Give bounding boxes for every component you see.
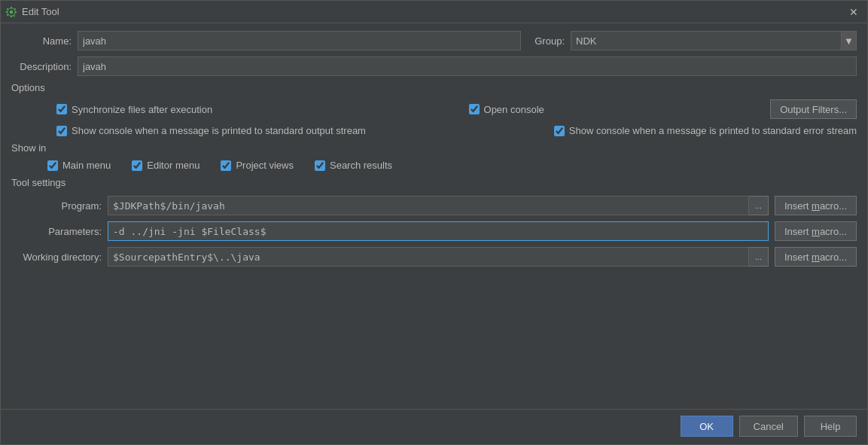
- description-label: Description:: [11, 61, 72, 72]
- chevron-down-icon: ▼: [844, 35, 854, 47]
- program-ellipsis-button[interactable]: ...: [749, 196, 769, 215]
- dialog-content: Name: Group: ▼ Description: Options: [1, 23, 867, 409]
- working-directory-ellipsis-button[interactable]: ...: [749, 247, 769, 267]
- show-console-stderr-check[interactable]: [554, 126, 565, 136]
- parameters-input-wrap: [108, 221, 769, 241]
- group-dropdown-button[interactable]: ▼: [842, 31, 857, 50]
- parameters-row: Parameters: Insert macro...: [11, 221, 857, 241]
- show-console-stderr-label: Show console when a message is printed t…: [569, 125, 857, 136]
- show-in-section: Show in: [11, 142, 857, 154]
- options-label: Options: [11, 82, 45, 93]
- group-input[interactable]: [571, 31, 842, 50]
- title-bar-left: Edit Tool: [5, 6, 59, 18]
- options-row-1: Synchronize files after execution Open c…: [14, 99, 857, 119]
- project-views-checkbox[interactable]: Project views: [221, 160, 294, 171]
- program-label: Program:: [11, 200, 102, 212]
- show-console-stdout-check[interactable]: [56, 126, 67, 136]
- show-in-label: Show in: [11, 142, 46, 154]
- options-row-2: Show console when a message is printed t…: [14, 125, 857, 136]
- name-group-row: Name: Group: ▼: [11, 31, 857, 50]
- working-directory-insert-macro-button[interactable]: Insert macro...: [775, 247, 857, 267]
- tool-settings-controls: Program: ... Insert macro... Parameters:…: [11, 196, 857, 267]
- help-button[interactable]: Help: [804, 416, 857, 437]
- description-row: Description:: [11, 56, 857, 76]
- options-section: Options: [11, 82, 857, 93]
- open-console-label: Open console: [484, 104, 544, 115]
- search-results-check[interactable]: [315, 160, 325, 171]
- sync-files-checkbox[interactable]: Synchronize files after execution: [56, 104, 212, 115]
- parameters-input[interactable]: [108, 221, 769, 241]
- program-input-wrap: ...: [108, 196, 769, 215]
- group-select-wrap: ▼: [571, 31, 857, 50]
- tool-settings-label: Tool settings: [11, 177, 65, 188]
- bottom-buttons: OK Cancel Help: [1, 409, 867, 444]
- working-directory-label: Working directory:: [11, 251, 102, 263]
- name-label: Name:: [11, 35, 72, 47]
- parameters-insert-macro-button[interactable]: Insert macro...: [775, 221, 857, 241]
- editor-menu-check[interactable]: [132, 160, 142, 171]
- name-input[interactable]: [78, 31, 521, 50]
- search-results-checkbox[interactable]: Search results: [315, 160, 392, 171]
- output-filters-button[interactable]: Output Filters...: [770, 99, 857, 119]
- working-directory-row: Working directory: ... Insert macro...: [11, 247, 857, 267]
- show-console-stderr-checkbox[interactable]: Show console when a message is printed t…: [554, 125, 857, 136]
- show-in-controls: Main menu Editor menu Project views Sear…: [47, 160, 857, 171]
- main-menu-checkbox[interactable]: Main menu: [47, 160, 111, 171]
- main-menu-check[interactable]: [47, 160, 58, 171]
- group-label: Group:: [535, 35, 565, 47]
- show-console-stdout-label: Show console when a message is printed t…: [72, 125, 366, 136]
- open-console-check[interactable]: [469, 104, 480, 114]
- show-console-stdout-checkbox[interactable]: Show console when a message is printed t…: [56, 125, 366, 136]
- open-console-checkbox[interactable]: Open console: [469, 104, 544, 115]
- editor-menu-label: Editor menu: [147, 160, 199, 171]
- program-row: Program: ... Insert macro...: [11, 196, 857, 215]
- program-insert-macro-button[interactable]: Insert macro...: [775, 196, 857, 215]
- svg-point-0: [10, 10, 13, 13]
- search-results-label: Search results: [330, 160, 392, 171]
- tool-settings-section-label: Tool settings: [11, 177, 857, 188]
- program-input[interactable]: [108, 196, 749, 215]
- working-directory-input-wrap: ...: [108, 247, 769, 267]
- close-button[interactable]: ✕: [846, 5, 861, 20]
- edit-tool-dialog: Edit Tool ✕ Name: Group: ▼ Description: …: [0, 0, 868, 445]
- options-controls: Synchronize files after execution Open c…: [11, 99, 857, 136]
- title-bar: Edit Tool ✕: [1, 1, 867, 23]
- editor-menu-checkbox[interactable]: Editor menu: [132, 160, 199, 171]
- project-views-check[interactable]: [221, 160, 231, 171]
- project-views-label: Project views: [236, 160, 294, 171]
- parameters-label: Parameters:: [11, 226, 102, 237]
- cancel-button[interactable]: Cancel: [739, 416, 798, 437]
- dialog-title: Edit Tool: [22, 6, 59, 17]
- gear-icon: [5, 6, 17, 18]
- sync-files-label: Synchronize files after execution: [72, 104, 212, 115]
- sync-files-check[interactable]: [56, 104, 67, 114]
- description-input[interactable]: [78, 56, 857, 76]
- main-menu-label: Main menu: [62, 160, 111, 171]
- ok-button[interactable]: OK: [681, 416, 733, 437]
- working-directory-input[interactable]: [108, 247, 749, 267]
